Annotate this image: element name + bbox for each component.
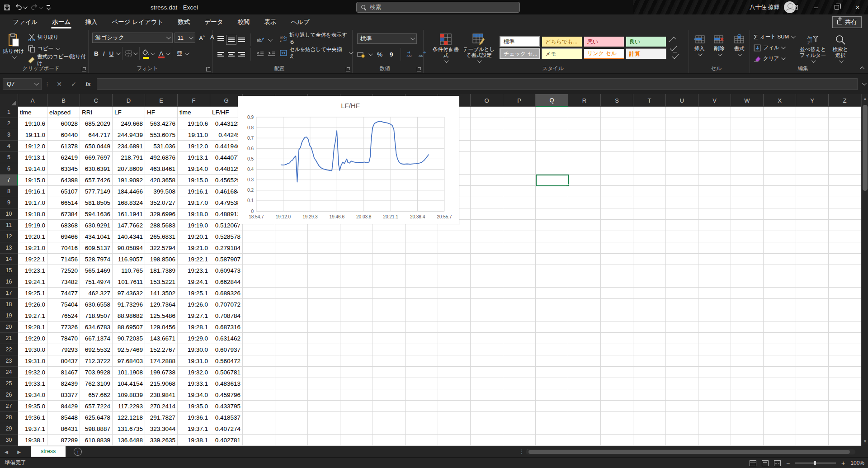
cell-O16[interactable]	[471, 276, 503, 288]
cell-K25[interactable]	[340, 378, 373, 389]
cell-I28[interactable]	[275, 412, 308, 423]
cell-O13[interactable]	[471, 242, 503, 254]
cell-W28[interactable]	[731, 412, 764, 423]
cell-W7[interactable]	[731, 175, 764, 186]
cell-I13[interactable]	[275, 242, 308, 254]
cell-F24[interactable]: 19:32.0	[178, 367, 210, 378]
column-header-Y[interactable]: Y	[796, 94, 829, 107]
ribbon-tab-データ[interactable]: データ	[198, 14, 229, 30]
cell-M19[interactable]	[406, 310, 438, 321]
cell-W12[interactable]	[731, 231, 764, 242]
cell-Y29[interactable]	[796, 423, 829, 435]
cell-X28[interactable]	[764, 412, 796, 423]
cell-P11[interactable]	[503, 220, 536, 231]
cell-B11[interactable]: 68368	[47, 220, 80, 231]
cell-A6[interactable]: 19:14.0	[18, 163, 47, 175]
cell-U18[interactable]	[666, 299, 698, 310]
cell-O11[interactable]	[471, 220, 503, 231]
cell-A30[interactable]: 19:38.1	[18, 435, 47, 446]
cell-V17[interactable]	[698, 288, 731, 299]
cell-Q26[interactable]	[536, 389, 568, 401]
cell-U20[interactable]	[666, 321, 698, 333]
cell-K24[interactable]	[340, 367, 373, 378]
cell-X30[interactable]	[764, 435, 796, 446]
cell-E4[interactable]: 531.036	[145, 141, 178, 152]
cell-O10[interactable]	[471, 208, 503, 220]
cell-F29[interactable]: 19:37.1	[178, 423, 210, 435]
gallery-up-icon[interactable]	[669, 37, 676, 44]
zoom-slider[interactable]	[795, 463, 836, 463]
cell-J23[interactable]	[308, 355, 340, 367]
cell-B13[interactable]: 70416	[47, 242, 80, 254]
cell-L26[interactable]	[373, 389, 406, 401]
row-header-9[interactable]: 9	[0, 197, 18, 208]
cell-H17[interactable]	[243, 288, 275, 299]
cell-Z20[interactable]	[829, 321, 861, 333]
cell-U6[interactable]	[666, 163, 698, 175]
cell-U14[interactable]	[666, 254, 698, 265]
cell-O4[interactable]	[471, 141, 503, 152]
cell-I25[interactable]	[275, 378, 308, 389]
cell-P20[interactable]	[503, 321, 536, 333]
cell-N25[interactable]	[438, 378, 471, 389]
cell-G18[interactable]: 0.707072	[210, 299, 243, 310]
cell-L23[interactable]	[373, 355, 406, 367]
cell-B28[interactable]: 85448	[47, 412, 80, 423]
row-header-6[interactable]: 6	[0, 163, 18, 175]
cell-X21[interactable]	[764, 333, 796, 344]
cell-P16[interactable]	[503, 276, 536, 288]
cell-H20[interactable]	[243, 321, 275, 333]
cell-V7[interactable]	[698, 175, 731, 186]
cell-Q4[interactable]	[536, 141, 568, 152]
cell-L19[interactable]	[373, 310, 406, 321]
cell-D26[interactable]: 109.8839	[113, 389, 145, 401]
cell-M30[interactable]	[406, 435, 438, 446]
gallery-more-icon[interactable]	[673, 52, 677, 59]
cell-D25[interactable]: 104.4154	[113, 378, 145, 389]
cell-T28[interactable]	[633, 412, 666, 423]
cell-F30[interactable]: 19:38.1	[178, 435, 210, 446]
cell-A8[interactable]: 19:16.1	[18, 186, 47, 197]
align-center-button[interactable]	[228, 51, 235, 58]
cell-X6[interactable]	[764, 163, 796, 175]
cell-N19[interactable]	[438, 310, 471, 321]
autosum-button[interactable]: Σ オート SUM	[754, 32, 794, 42]
cell-W1[interactable]	[731, 107, 764, 118]
cell-Z15[interactable]	[829, 265, 861, 276]
cell-O15[interactable]	[471, 265, 503, 276]
cell-F16[interactable]: 19:24.1	[178, 276, 210, 288]
cell-G23[interactable]: 0.560472	[210, 355, 243, 367]
cell-X25[interactable]	[764, 378, 796, 389]
cell-B24[interactable]: 81467	[47, 367, 80, 378]
cell-S17[interactable]	[601, 288, 633, 299]
page-break-view-button[interactable]	[774, 460, 781, 466]
normal-view-button[interactable]	[750, 460, 756, 466]
align-middle-button[interactable]	[228, 37, 235, 43]
cell-B3[interactable]: 60440	[47, 129, 80, 141]
scroll-down-icon[interactable]: ▼	[862, 438, 868, 445]
cell-L18[interactable]	[373, 299, 406, 310]
cell-O26[interactable]	[471, 389, 503, 401]
cell-M26[interactable]	[406, 389, 438, 401]
cell-C13[interactable]: 609.5137	[80, 242, 113, 254]
page-layout-view-button[interactable]	[762, 460, 769, 466]
zoom-slider-thumb[interactable]	[814, 461, 816, 465]
cell-H26[interactable]	[243, 389, 275, 401]
cell-E2[interactable]: 563.4276	[145, 118, 178, 129]
cell-P12[interactable]	[503, 231, 536, 242]
cell-M12[interactable]	[406, 231, 438, 242]
cell-Z10[interactable]	[829, 208, 861, 220]
row-header-25[interactable]: 25	[0, 378, 18, 389]
cell-B22[interactable]: 79293	[47, 344, 80, 355]
format-as-table-button[interactable]: テーブルとして書式設定	[462, 31, 496, 63]
cell-C27[interactable]: 657.7224	[80, 401, 113, 412]
cell-style-chip[interactable]: どちらでも...	[542, 36, 582, 47]
cell-A18[interactable]: 19:26.0	[18, 299, 47, 310]
cell-F20[interactable]: 19:28.1	[178, 321, 210, 333]
fill-color-button[interactable]	[142, 49, 150, 57]
cell-Q27[interactable]	[536, 401, 568, 412]
cell-V22[interactable]	[698, 344, 731, 355]
cell-W29[interactable]	[731, 423, 764, 435]
cell-E3[interactable]: 553.6075	[145, 129, 178, 141]
cell-S13[interactable]	[601, 242, 633, 254]
